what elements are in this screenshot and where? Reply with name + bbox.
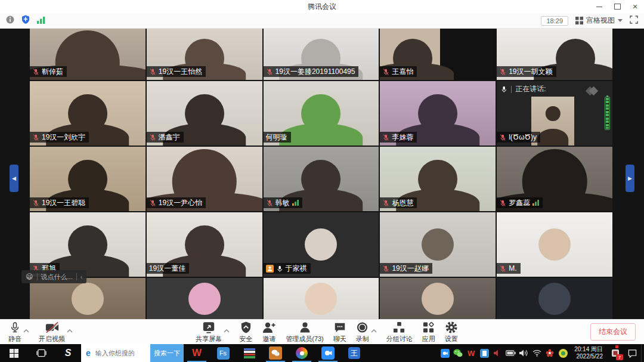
avatar — [422, 228, 454, 261]
members-button[interactable]: 管理成员(73) — [286, 321, 324, 344]
tencent-meeting-window: 腾讯会议 ✕ 18:29 宫格视图 — [0, 0, 644, 362]
tray-wps-icon[interactable]: W — [465, 344, 478, 362]
quick-chat-placeholder[interactable]: 说点什么... — [41, 273, 73, 281]
notification-app-icon[interactable]: 7 — [608, 344, 623, 362]
video-tile[interactable]: 邢旭 — [30, 212, 145, 277]
start-button[interactable] — [0, 344, 27, 362]
search-go-button[interactable]: 搜索一下 — [150, 344, 184, 362]
video-tile[interactable]: 潘鑫宇 — [147, 81, 262, 146]
show-desktop-button[interactable] — [641, 344, 644, 362]
tencent-meeting-app[interactable] — [315, 344, 341, 362]
wang-app[interactable]: 王 — [341, 344, 367, 362]
video-tile[interactable] — [497, 278, 612, 319]
taskbar-search-input[interactable] — [94, 349, 149, 357]
clock-date: 2022/5/22 — [574, 353, 603, 360]
network-signal-icon[interactable] — [37, 16, 45, 26]
mic-on-icon — [276, 265, 283, 273]
signal-icon — [532, 200, 539, 206]
chevron-up-icon[interactable] — [371, 324, 377, 335]
collapse-chat-icon[interactable]: ‹ — [80, 273, 83, 280]
wechat-app[interactable] — [262, 344, 289, 362]
taskbar-search-box[interactable]: e搜索一下 — [81, 344, 184, 362]
restore-button[interactable] — [608, 0, 626, 13]
video-tile[interactable]: 19汉一刘欣宇 — [30, 81, 145, 146]
s-app[interactable]: S — [55, 344, 81, 362]
tray-doc-icon[interactable] — [478, 344, 491, 362]
participant-name: 靳倬茹 — [42, 67, 63, 76]
video-tile[interactable]: 靳倬茹 — [30, 29, 145, 80]
video-tile[interactable]: 19汉一王怡然 — [147, 29, 262, 80]
muted-mic-icon — [499, 199, 506, 207]
action-center-button[interactable] — [623, 344, 641, 362]
video-tile[interactable]: 19汉一姜膝20191100495 — [264, 29, 379, 80]
video-tile[interactable] — [30, 278, 145, 319]
invite-button[interactable]: 邀请 — [262, 321, 276, 344]
browser-colorwheel-app[interactable] — [289, 344, 315, 362]
settings-button[interactable]: 设置 — [445, 321, 458, 344]
muted-mic-icon — [266, 199, 273, 207]
video-tile[interactable]: 19汉一尹心怡 — [147, 147, 262, 211]
end-meeting-button[interactable]: 结束会议 — [590, 323, 636, 341]
chat-button[interactable]: 聊天 — [333, 321, 346, 344]
tencent-meeting-app-icon — [321, 346, 335, 360]
video-tile[interactable] — [264, 278, 379, 319]
winrar-app[interactable] — [236, 344, 262, 362]
video-tile[interactable] — [380, 278, 496, 319]
muted-mic-icon — [149, 68, 156, 76]
camera-off-icon — [45, 321, 60, 334]
prev-page-button[interactable]: ◀ — [10, 165, 18, 192]
taskbar-clock[interactable]: 20:14 周日 2022/5/22 — [569, 346, 608, 360]
wps-app[interactable]: W — [184, 344, 210, 362]
toolbar-label: 应用 — [422, 335, 435, 344]
video-tile[interactable]: 19汉一董佳 — [147, 212, 262, 277]
mic-button[interactable]: 静音 — [8, 321, 21, 344]
video-tile[interactable]: 何明璇 — [264, 81, 379, 146]
quick-chat-bubble[interactable]: 😄 说点什么... ‹ — [21, 270, 86, 283]
close-button[interactable]: ✕ — [626, 0, 644, 13]
participant-label: 王嘉怡 — [380, 66, 417, 77]
video-tile[interactable]: 罗鑫蕊 — [497, 147, 612, 211]
video-tile[interactable]: 李姝蓉 — [380, 81, 496, 146]
minimize-button[interactable] — [590, 0, 608, 13]
chevron-up-icon[interactable] — [23, 324, 29, 335]
video-tile[interactable]: 19汉一王碧聪 — [30, 147, 145, 211]
toolbar-label: 开启视频 — [39, 335, 65, 344]
video-tile[interactable] — [147, 278, 262, 319]
task-view-button[interactable] — [27, 344, 55, 362]
fullscreen-button[interactable] — [630, 16, 638, 26]
tray-wifi-icon[interactable] — [530, 344, 543, 362]
camera-off-button[interactable]: 开启视频 — [39, 321, 65, 344]
participant-label: 19汉一王怡然 — [147, 66, 206, 77]
video-tile[interactable]: 19汉一胡文颖 — [497, 29, 612, 80]
security-button[interactable]: 安全 — [239, 321, 252, 344]
video-tile[interactable]: 杨恩慧 — [380, 147, 496, 211]
next-page-button[interactable]: ▶ — [626, 165, 634, 192]
record-button[interactable]: 录制 — [356, 321, 369, 344]
view-mode-button[interactable]: 宫格视图 — [575, 16, 623, 26]
video-tile[interactable]: 韩敏 — [264, 147, 379, 211]
chevron-up-icon[interactable] — [224, 324, 230, 335]
chevron-up-icon[interactable] — [67, 324, 73, 335]
participant-name: 19汉一董佳 — [149, 264, 185, 273]
video-tile[interactable]: 于家祺 — [264, 212, 379, 277]
tray-energy-icon[interactable] — [556, 344, 569, 362]
avatar — [305, 283, 337, 315]
tray-360-icon[interactable] — [543, 344, 556, 362]
apps-button[interactable]: 应用 — [422, 321, 435, 344]
tray-speaker-muted-icon[interactable] — [491, 344, 504, 362]
video-tile[interactable]: 19汉一赵娜 — [380, 212, 496, 277]
breakout-button[interactable]: 分组讨论 — [386, 321, 413, 344]
participant-name: 19汉一王怡然 — [159, 67, 202, 76]
meeting-info-icon[interactable] — [6, 16, 14, 26]
tray-wechat-icon[interactable] — [451, 344, 465, 362]
tray-meeting-icon[interactable] — [438, 344, 451, 362]
tray-volume-icon[interactable] — [517, 344, 530, 362]
video-tile[interactable]: 王嘉怡 — [380, 29, 496, 80]
tray-battery-icon[interactable] — [504, 344, 517, 362]
emoji-icon[interactable]: 😄 — [26, 273, 33, 281]
fs-app[interactable]: Fs — [210, 344, 236, 362]
video-tile[interactable]: 正在讲话:l(ԾωԾ)y — [497, 81, 612, 146]
meeting-security-shield-icon[interactable] — [21, 15, 30, 26]
share-screen-button[interactable]: 共享屏幕 — [196, 321, 222, 344]
video-tile[interactable]: M. — [497, 212, 612, 277]
